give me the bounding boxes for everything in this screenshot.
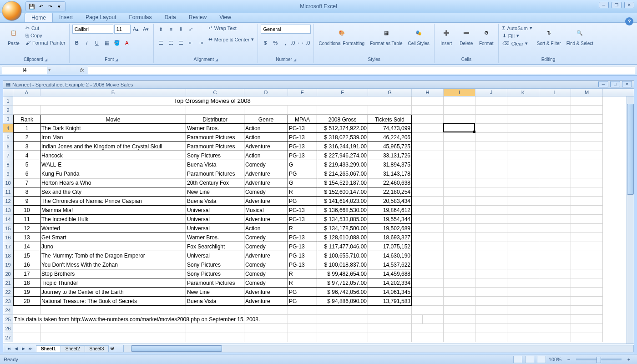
cell-E17[interactable]: PG-13	[288, 242, 317, 251]
cell-L9[interactable]	[539, 169, 571, 178]
zoom-slider[interactable]	[576, 359, 622, 360]
tab-data[interactable]: Data	[158, 13, 182, 22]
cell-I26[interactable]	[444, 324, 475, 333]
cell-M18[interactable]	[571, 251, 603, 260]
cell-G21[interactable]: 14,202,334	[368, 278, 412, 288]
cell-I12[interactable]	[444, 197, 475, 206]
cell-K4[interactable]	[507, 124, 539, 133]
tab-insert[interactable]: Insert	[53, 13, 79, 22]
cell-J7[interactable]	[475, 151, 507, 160]
fx-icon[interactable]: fx	[80, 67, 84, 73]
cell-G23[interactable]: 13,791,583	[368, 297, 412, 306]
cell-I3[interactable]	[444, 115, 475, 124]
normal-view-button[interactable]	[513, 356, 522, 363]
cell-B9[interactable]: Kung Fu Panda	[40, 169, 186, 178]
cell-J9[interactable]	[475, 169, 507, 178]
fill-color-button[interactable]: 🪣	[112, 38, 121, 47]
row-header-26[interactable]: 26	[3, 324, 13, 333]
row-header-24[interactable]: 24	[3, 306, 13, 315]
cell-E12[interactable]: PG	[288, 197, 317, 206]
cell-C18[interactable]: Universal	[186, 251, 244, 260]
col-header-D[interactable]: D	[244, 89, 288, 96]
cell-A14[interactable]: 11	[13, 215, 40, 224]
cell-G19[interactable]: 14,537,622	[368, 260, 412, 269]
cell-I23[interactable]	[444, 297, 475, 306]
cell-D17[interactable]: Comedy	[244, 242, 288, 251]
cell-I27[interactable]	[444, 333, 475, 342]
align-right-button[interactable]: ☰	[177, 38, 186, 47]
cell-B22[interactable]: Journey to the Center of the Earth	[40, 288, 186, 297]
row-header-19[interactable]: 19	[3, 260, 13, 269]
cell-K20[interactable]	[507, 269, 539, 278]
cell-M13[interactable]	[571, 206, 603, 215]
cell-L16[interactable]	[539, 233, 571, 242]
cell-K5[interactable]	[507, 133, 539, 142]
tab-view[interactable]: View	[213, 13, 238, 22]
format-painter-button[interactable]: 🖌 Format Painter	[25, 40, 66, 46]
cell-I11[interactable]	[444, 187, 475, 197]
sheet-nav-prev[interactable]: ◀	[12, 345, 20, 352]
cell-B8[interactable]: WALL-E	[40, 160, 186, 169]
zoom-out-button[interactable]: −	[564, 355, 573, 364]
cell-M25[interactable]	[571, 315, 603, 324]
cell-J10[interactable]	[475, 178, 507, 187]
row-header-15[interactable]: 15	[3, 224, 13, 233]
cell-C21[interactable]: Paramount Pictures	[186, 278, 244, 288]
cell-F19[interactable]: $ 100,018,837.00	[317, 260, 368, 269]
cell-L1[interactable]	[539, 96, 571, 106]
row-header-4[interactable]: 4	[3, 124, 13, 133]
cell-J17[interactable]	[475, 242, 507, 251]
cell-L13[interactable]	[539, 206, 571, 215]
cell-K26[interactable]	[507, 324, 539, 333]
cell-F16[interactable]: $ 128,610,088.00	[317, 233, 368, 242]
cell-B25[interactable]	[40, 315, 186, 324]
font-name-select[interactable]	[72, 25, 113, 34]
col-header-L[interactable]: L	[539, 89, 571, 96]
cell-I6[interactable]	[444, 142, 475, 151]
cell-H12[interactable]	[412, 197, 444, 206]
cell-M21[interactable]	[571, 278, 603, 288]
cell-M15[interactable]	[571, 224, 603, 233]
cell-F24[interactable]	[317, 306, 368, 315]
cell-B20[interactable]: Step Brothers	[40, 269, 186, 278]
cell-M1[interactable]	[571, 96, 603, 106]
col-header-H[interactable]: H	[412, 89, 444, 96]
cell-M2[interactable]	[571, 106, 603, 115]
cell-H10[interactable]	[412, 178, 444, 187]
cell-K18[interactable]	[507, 251, 539, 260]
cell-L4[interactable]	[539, 124, 571, 133]
cell-I9[interactable]	[444, 169, 475, 178]
cell-F6[interactable]: $ 316,244,191.00	[317, 142, 368, 151]
cell-B3[interactable]: Movie	[40, 115, 186, 124]
tab-page-layout[interactable]: Page Layout	[79, 13, 122, 22]
col-header-I[interactable]: I	[444, 89, 475, 96]
row-header-18[interactable]: 18	[3, 251, 13, 260]
cell-J27[interactable]	[475, 333, 507, 342]
cell-G9[interactable]: 31,143,178	[368, 169, 412, 178]
cell-K22[interactable]	[507, 288, 539, 297]
cell-C8[interactable]: Buena Vista	[186, 160, 244, 169]
cell-L11[interactable]	[539, 187, 571, 197]
tab-home[interactable]: Home	[25, 13, 53, 22]
cell-F5[interactable]: $ 318,022,539.00	[317, 133, 368, 142]
cell-G10[interactable]: 22,460,638	[368, 178, 412, 187]
decrease-decimal-button[interactable]: ←.0	[301, 38, 310, 47]
cell-C22[interactable]: New Line	[186, 288, 244, 297]
cut-button[interactable]: ✂ Cut	[25, 25, 66, 31]
cell-K7[interactable]	[507, 151, 539, 160]
cell-F23[interactable]: $ 94,886,090.00	[317, 297, 368, 306]
cell-B15[interactable]: Wanted	[40, 224, 186, 233]
cell-E8[interactable]: G	[288, 160, 317, 169]
cell-B4[interactable]: The Dark Knight	[40, 124, 186, 133]
cell-E19[interactable]: PG-13	[288, 260, 317, 269]
cell-B2[interactable]	[40, 106, 186, 115]
cell-D5[interactable]: Action	[244, 133, 288, 142]
format-cells-button[interactable]: ⚙Format	[477, 25, 495, 47]
cell-A5[interactable]: 2	[13, 133, 40, 142]
row-header-17[interactable]: 17	[3, 242, 13, 251]
cell-B26[interactable]	[40, 324, 186, 333]
cell-G12[interactable]: 20,583,434	[368, 197, 412, 206]
cell-L14[interactable]	[539, 215, 571, 224]
cell-C5[interactable]: Paramount Pictures	[186, 133, 244, 142]
minimize-button[interactable]: ─	[599, 2, 609, 8]
